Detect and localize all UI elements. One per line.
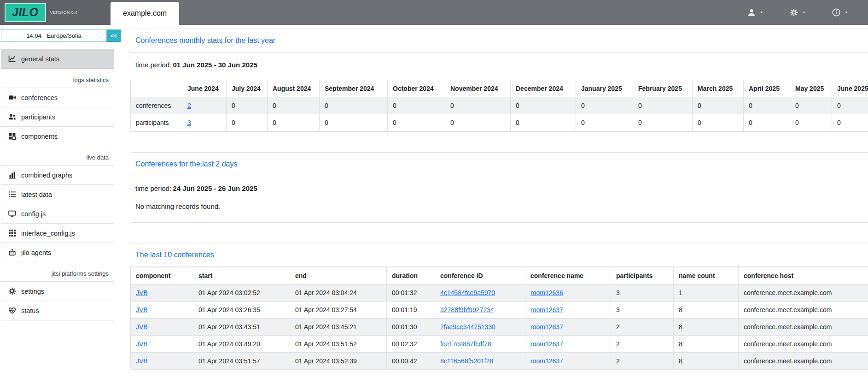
user-menu[interactable] bbox=[747, 8, 764, 17]
settings-menu[interactable] bbox=[790, 8, 806, 17]
conference_name-link[interactable]: room12637 bbox=[530, 340, 563, 348]
sidebar-item-interface-config-js[interactable]: interface_config.js bbox=[1, 223, 114, 243]
monthly-stats-card-title: Conferences monthly stats for the last y… bbox=[130, 29, 868, 53]
sidebar-collapse-button[interactable]: << bbox=[107, 30, 121, 42]
chevron-down-icon bbox=[844, 10, 849, 15]
month-column-header: June 2025 bbox=[832, 80, 868, 97]
month-value-cell: 0 bbox=[227, 114, 268, 131]
time-period-value: 01 Jun 2025 - 30 Jun 2025 bbox=[173, 61, 257, 69]
heart-pulse-icon bbox=[8, 307, 16, 314]
column-header-end: end bbox=[290, 267, 387, 284]
sidebar-item-components[interactable]: components bbox=[1, 126, 114, 146]
month-column-header: October 2024 bbox=[388, 80, 445, 97]
conference_name-link[interactable]: room12636 bbox=[530, 289, 563, 296]
components-icon bbox=[8, 132, 16, 140]
cell-participants: 2 bbox=[611, 336, 674, 353]
gear-icon bbox=[790, 8, 798, 17]
component-link[interactable]: JVB bbox=[136, 340, 148, 348]
sidebar-item-label: components bbox=[21, 133, 58, 140]
cell-conference_name: room12637 bbox=[525, 319, 611, 336]
cell-conference_host: conference.meet.example.com bbox=[739, 284, 868, 302]
column-header-name_count: name count bbox=[674, 267, 739, 284]
component-link[interactable]: JVB bbox=[136, 323, 148, 331]
conference_name-link[interactable]: room12637 bbox=[530, 306, 563, 314]
conference_id-link[interactable]: 7fae9ce344751330 bbox=[440, 323, 495, 331]
sidebar-item-participants[interactable]: participants bbox=[1, 107, 114, 127]
month-value-cell: 0 bbox=[511, 97, 576, 114]
month-column-header: January 2025 bbox=[576, 80, 633, 97]
table-row: JVB01 Apr 2024 03:26:3501 Apr 2024 03:27… bbox=[131, 302, 868, 319]
cell-participants: 2 bbox=[611, 319, 674, 336]
cell-participants: 3 bbox=[611, 284, 674, 302]
users-icon bbox=[8, 113, 16, 121]
cell-start: 01 Apr 2024 03:43:51 bbox=[193, 319, 290, 336]
sidebar: 14:04 Europe/Sofia << general statslogs … bbox=[0, 25, 121, 373]
sidebar-item-jilo-agents[interactable]: jilo agents bbox=[1, 243, 114, 262]
sidebar-item-settings[interactable]: settings bbox=[1, 281, 114, 301]
info-menu[interactable] bbox=[832, 8, 849, 17]
component-link[interactable]: JVB bbox=[136, 357, 148, 365]
sidebar-item-combined-graphs[interactable]: combined graphs bbox=[1, 165, 114, 185]
cell-start: 01 Apr 2024 03:02:52 bbox=[193, 284, 290, 302]
recent-conferences-card: Conferences for the last 2 days time per… bbox=[130, 152, 868, 223]
sidebar-item-latest-data[interactable]: latest data bbox=[1, 184, 114, 204]
corner-cell bbox=[131, 80, 182, 97]
month-value-cell: 2 bbox=[182, 97, 227, 114]
conference_name-link[interactable]: room12637 bbox=[530, 323, 563, 331]
month-value-cell: 0 bbox=[633, 97, 693, 114]
conference_name-link[interactable]: room12637 bbox=[530, 357, 563, 365]
sidebar-item-label: latest data bbox=[21, 191, 52, 198]
sidebar-item-status[interactable]: status bbox=[1, 301, 114, 320]
month-value-cell: 0 bbox=[790, 114, 832, 131]
bar-chart-icon bbox=[8, 171, 16, 179]
monitor-icon bbox=[8, 210, 16, 218]
cell-name_count: 8 bbox=[674, 302, 739, 319]
empty-records-message: No matching records found. bbox=[130, 202, 868, 210]
month-value-cell: 0 bbox=[388, 97, 445, 114]
conference_id-link[interactable]: fce17ce887fcdf78 bbox=[440, 340, 491, 348]
sidebar-item-label: jilo agents bbox=[21, 249, 51, 256]
sidebar-section-label: logs statistics bbox=[1, 69, 121, 88]
month-value-cell: 0 bbox=[693, 97, 744, 114]
sidebar-item-label: general stats bbox=[21, 55, 59, 63]
clock-timezone: Europe/Sofia bbox=[47, 32, 82, 39]
table-row: JVB01 Apr 2024 03:02:5201 Apr 2024 03:04… bbox=[131, 284, 868, 302]
conferences-month-link[interactable]: 2 bbox=[187, 102, 191, 109]
table-row: conferences2000000000000 bbox=[131, 97, 868, 114]
last-conferences-table: componentstartenddurationconference IDco… bbox=[130, 267, 868, 370]
month-value-cell: 0 bbox=[832, 114, 868, 131]
conference_id-link[interactable]: 8c116568f5201f28 bbox=[440, 357, 493, 365]
participants-month-link[interactable]: 3 bbox=[187, 119, 191, 126]
cell-name_count: 8 bbox=[674, 353, 739, 370]
column-header-conference_name: conference name bbox=[525, 267, 611, 284]
cell-conference_name: room12637 bbox=[525, 353, 611, 370]
sidebar-section-label: jitsi platforms settings bbox=[1, 262, 121, 282]
month-column-header: February 2025 bbox=[633, 80, 693, 97]
conference_id-link[interactable]: a2788f9bf9927234 bbox=[440, 306, 494, 314]
sidebar-item-label: interface_config.js bbox=[21, 230, 75, 237]
month-value-cell: 0 bbox=[633, 114, 693, 131]
component-link[interactable]: JVB bbox=[136, 289, 148, 296]
cell-end: 01 Apr 2024 03:52:39 bbox=[290, 353, 387, 370]
table-row: JVB01 Apr 2024 03:49:2001 Apr 2024 03:51… bbox=[131, 336, 868, 353]
cell-component: JVB bbox=[131, 284, 193, 302]
conference_id-link[interactable]: 4c14584fce9a5970 bbox=[440, 289, 495, 296]
sidebar-item-config-js[interactable]: config.js bbox=[1, 204, 114, 224]
jilo-logo[interactable]: JILO bbox=[5, 3, 46, 22]
sidebar-item-conferences[interactable]: conferences bbox=[1, 88, 114, 107]
last-conferences-card: The last 10 conferences componentstarten… bbox=[130, 243, 868, 370]
component-link[interactable]: JVB bbox=[136, 306, 148, 314]
gear-icon bbox=[8, 287, 16, 295]
platform-tab-example-com[interactable]: example.com bbox=[111, 2, 179, 25]
table-row: JVB01 Apr 2024 03:43:5101 Apr 2024 03:45… bbox=[131, 319, 868, 336]
user-icon bbox=[747, 8, 756, 17]
robot-icon bbox=[8, 249, 16, 256]
clock-row: 14:04 Europe/Sofia << bbox=[1, 30, 121, 42]
row-label: conferences bbox=[131, 97, 182, 114]
month-value-cell: 0 bbox=[445, 97, 511, 114]
month-column-header: November 2024 bbox=[445, 80, 511, 97]
sidebar-item-label: status bbox=[21, 307, 39, 314]
sidebar-item-general-stats[interactable]: general stats bbox=[1, 49, 114, 69]
cell-component: JVB bbox=[131, 319, 193, 336]
cell-conference_id: 7fae9ce344751330 bbox=[435, 319, 525, 336]
